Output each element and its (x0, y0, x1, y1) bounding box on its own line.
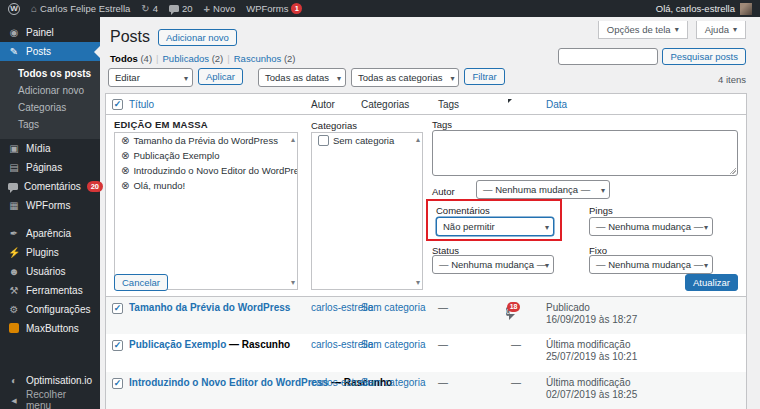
category-link[interactable]: Sem categoria (361, 377, 425, 388)
apply-button[interactable]: Aplicar (198, 68, 243, 85)
date-cell: Última modificação 25/07/2019 às 10:21 (546, 339, 637, 363)
bulk-pings-select[interactable]: — Nenhuma mudança — (589, 217, 713, 236)
scroll-up-icon[interactable] (291, 135, 295, 144)
add-new-post-button[interactable]: Adicionar novo (158, 29, 237, 46)
bulk-edit-title-item[interactable]: Publicação Exemplo (115, 148, 297, 163)
admin-bar-new[interactable]: Novo (204, 3, 236, 15)
admin-bar-site-link[interactable]: Carlos Felipe Estrella (31, 3, 130, 14)
sidebar-item-ferramentas[interactable]: Ferramentas (0, 281, 100, 300)
sidebar-item-midia[interactable]: Mídia (0, 139, 100, 158)
pages-icon (8, 162, 20, 173)
view-drafts[interactable]: Rascunhos (2) (234, 53, 296, 64)
updates-icon (141, 3, 149, 14)
comments-bubble-icon (169, 5, 179, 12)
admin-bar-updates[interactable]: 4 (141, 3, 158, 14)
chevron-down-icon (704, 260, 708, 269)
cancel-button[interactable]: Cancelar (114, 274, 168, 291)
bulk-status-select[interactable]: — Nenhuma mudança — (432, 255, 554, 274)
bulk-edit-title-item[interactable]: Olá, mundo! (115, 178, 297, 193)
bulk-edit-legend: EDIÇÃO EM MASSA (114, 119, 208, 130)
dates-filter-select[interactable]: Todas as datas (258, 68, 346, 87)
screen-options-button[interactable]: Opções de tela (598, 21, 688, 39)
bulk-author-select[interactable]: — Nenhuma mudança — (476, 180, 610, 199)
table-row: Tamanho da Prévia do WordPress carlos-es… (106, 297, 746, 334)
sidebar-collapse-menu[interactable]: Recolher menu (0, 390, 100, 409)
avatar[interactable] (740, 3, 752, 15)
wordpress-admin-screen: W Carlos Felipe Estrella 4 20 Novo WPFor… (0, 0, 760, 409)
collapse-arrow-icon (8, 394, 20, 405)
bulk-categories-listbox[interactable]: Sem categoria (311, 132, 423, 290)
sidebar-item-usuarios[interactable]: Usuários (0, 262, 100, 281)
view-all[interactable]: Todos (4) (110, 53, 152, 64)
resize-handle[interactable] (729, 167, 736, 174)
search-posts-input[interactable] (558, 48, 658, 65)
sidebar-item-optimisation-io[interactable]: Optimisation.io (0, 371, 100, 390)
filter-button[interactable]: Filtrar (464, 68, 504, 85)
sidebar-item-painel[interactable]: Painel (0, 23, 100, 42)
sidebar-item-label: Ferramentas (26, 285, 83, 296)
sidebar-item-paginas[interactable]: Páginas (0, 158, 100, 177)
bulk-comments-select[interactable]: Não permitir (436, 217, 554, 236)
sidebar-item-maxbuttons[interactable]: MaxButtons (0, 319, 100, 338)
tags-value: — (438, 339, 448, 350)
sidebar-item-label: MaxButtons (26, 323, 79, 334)
sidebar-item-posts[interactable]: Posts (0, 42, 100, 61)
sidebar-item-comentarios[interactable]: Comentários 20 (0, 177, 100, 196)
comments-value: — (511, 339, 521, 350)
remove-item-icon[interactable] (121, 180, 129, 191)
tags-value: — (438, 377, 448, 388)
bulk-tags-label: Tags (432, 119, 452, 130)
row-checkbox[interactable] (112, 378, 123, 389)
category-link[interactable]: Sem categoria (361, 302, 425, 313)
post-status-suffix: — Rascunho (226, 339, 290, 350)
column-date[interactable]: Data (546, 99, 567, 110)
table-row: Publicação Exemplo — Rascunho carlos-est… (106, 334, 746, 372)
user-greeting[interactable]: Olá, carlos-estrella (656, 3, 735, 14)
bulk-tags-textarea[interactable] (432, 130, 738, 176)
wordpress-logo-icon[interactable]: W (8, 3, 20, 15)
category-checkbox-item[interactable]: Sem categoria (312, 133, 422, 148)
category-link[interactable]: Sem categoria (361, 339, 425, 350)
submenu-item-categorias[interactable]: Categorias (0, 99, 100, 116)
admin-bar-wpforms[interactable]: WPForms 1 (246, 3, 302, 14)
column-title[interactable]: Título (129, 99, 154, 110)
users-icon (8, 266, 20, 277)
sidebar-item-plugins[interactable]: Plugins (0, 243, 100, 262)
bulk-edit-title-item[interactable]: Tamanho da Prévia do WordPress (115, 133, 297, 148)
bulk-sticky-select[interactable]: — Nenhuma mudança — (589, 255, 713, 274)
comments-count-badge: 20 (87, 181, 103, 192)
categories-filter-select[interactable]: Todas as categorias (351, 68, 460, 87)
remove-item-icon[interactable] (121, 165, 129, 176)
view-published[interactable]: Publicados (2) (163, 53, 224, 64)
sidebar-item-label: Usuários (26, 266, 65, 277)
bulk-action-select[interactable]: Editar (108, 68, 193, 87)
submenu-item-tags[interactable]: Tags (0, 116, 100, 133)
help-button[interactable]: Ajuda (696, 21, 746, 39)
sidebar-item-label: Configurações (26, 304, 90, 315)
sidebar-item-wpforms[interactable]: WPForms (0, 196, 100, 215)
bulk-edit-title-item[interactable]: Introduzindo o Novo Editor do WordPress (115, 163, 297, 178)
remove-item-icon[interactable] (121, 150, 129, 161)
column-author: Autor (311, 99, 335, 110)
scroll-up-icon[interactable] (416, 135, 420, 144)
row-checkbox[interactable] (112, 303, 123, 314)
row-checkbox[interactable] (112, 340, 123, 351)
plugin-icon (8, 247, 20, 258)
post-title-link[interactable]: Tamanho da Prévia do WordPress (129, 302, 290, 313)
dashboard-icon (8, 27, 20, 38)
sidebar-item-label: Comentários (24, 181, 81, 192)
submenu-item-todos-os-posts[interactable]: Todos os posts (0, 65, 100, 82)
post-title-link[interactable]: Publicação Exemplo (129, 339, 226, 350)
select-all-checkbox[interactable] (112, 99, 123, 110)
search-posts-button[interactable]: Pesquisar posts (662, 48, 746, 65)
category-checkbox[interactable] (318, 135, 329, 146)
post-title-link[interactable]: Introduzindo o Novo Editor do WordPress (129, 377, 328, 388)
comments-count-bubble[interactable]: 0 18 (506, 307, 510, 316)
admin-bar-comments[interactable]: 20 (169, 3, 193, 14)
sidebar-item-configuracoes[interactable]: Configurações (0, 300, 100, 319)
update-button[interactable]: Atualizar (685, 274, 738, 291)
bulk-edit-titles-listbox[interactable]: Tamanho da Prévia do WordPress Publicaçã… (114, 132, 298, 290)
remove-item-icon[interactable] (121, 135, 129, 146)
submenu-item-adicionar-novo[interactable]: Adicionar novo (0, 82, 100, 99)
sidebar-item-aparencia[interactable]: Aparência (0, 224, 100, 243)
